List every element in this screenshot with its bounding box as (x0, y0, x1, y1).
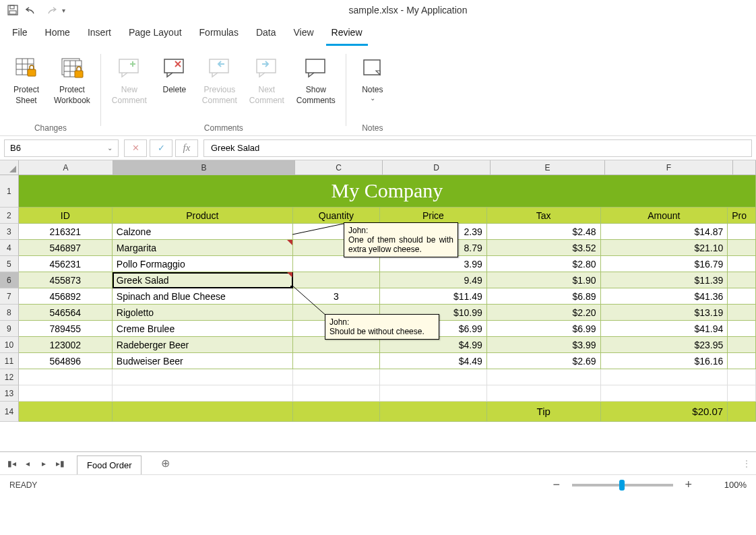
menu-data[interactable]: Data (253, 23, 279, 42)
cell[interactable]: Greek Salad (113, 272, 293, 288)
cell[interactable]: Quantity (293, 208, 380, 224)
cell[interactable] (728, 321, 756, 337)
col-header-b[interactable]: B (113, 160, 295, 175)
company-title-cell[interactable]: My Company (19, 175, 756, 208)
cell[interactable]: $2.20 (487, 305, 601, 321)
cell[interactable]: $11.39 (601, 272, 728, 288)
menu-file[interactable]: File (9, 23, 30, 42)
protect-sheet-button[interactable]: ProtectSheet (5, 51, 47, 123)
cell[interactable] (728, 224, 756, 240)
cell[interactable] (728, 256, 756, 272)
cell[interactable] (113, 402, 293, 422)
cell[interactable] (293, 272, 380, 288)
cell[interactable]: Tax (487, 208, 601, 224)
cell[interactable]: Budweiser Beer (113, 353, 293, 369)
cell[interactable]: 3 (293, 288, 380, 305)
zoom-slider-thumb[interactable] (619, 480, 625, 491)
redo-icon[interactable] (43, 3, 58, 18)
col-header-e[interactable]: E (491, 160, 605, 175)
cell[interactable] (487, 369, 601, 385)
next-sheet-icon[interactable]: ▸ (36, 456, 51, 471)
cell[interactable]: 546897 (19, 240, 113, 256)
row-header[interactable]: 8 (0, 305, 19, 321)
cell[interactable]: $11.49 (380, 288, 487, 305)
cell[interactable] (19, 369, 113, 385)
cell[interactable] (293, 402, 380, 422)
cell[interactable] (728, 369, 756, 385)
cell[interactable]: Product (113, 208, 293, 224)
zoom-in-button[interactable]: + (683, 478, 695, 492)
cell[interactable]: $2.80 (487, 256, 601, 272)
cell[interactable] (380, 402, 487, 422)
cell[interactable] (487, 385, 601, 402)
row-header[interactable]: 12 (0, 369, 19, 385)
menu-page-layout[interactable]: Page Layout (126, 23, 185, 42)
menu-formulas[interactable]: Formulas (197, 23, 241, 42)
select-all-cell[interactable] (0, 160, 19, 175)
cell[interactable] (293, 369, 380, 385)
cell[interactable]: 564896 (19, 353, 113, 369)
cell[interactable]: $6.89 (487, 288, 601, 305)
accept-formula-button[interactable]: ✓ (150, 139, 172, 157)
row-header[interactable]: 10 (0, 337, 19, 353)
cell[interactable] (293, 256, 380, 272)
cell[interactable]: $23.95 (601, 337, 728, 353)
cell[interactable] (113, 385, 293, 402)
row-header[interactable]: 1 (0, 175, 19, 208)
cell[interactable]: $2.69 (487, 353, 601, 369)
col-header-f[interactable]: F (605, 160, 733, 175)
cell[interactable] (113, 369, 293, 385)
notes-button[interactable]: Notes ⌄ (352, 51, 393, 123)
cell[interactable]: $16.79 (601, 256, 728, 272)
new-comment-button[interactable]: NewComment (106, 51, 152, 123)
cell[interactable] (19, 402, 113, 422)
row-header[interactable]: 13 (0, 385, 19, 402)
row-header[interactable]: 3 (0, 224, 19, 240)
row-header[interactable]: 14 (0, 402, 19, 422)
cell[interactable]: Pro (728, 208, 756, 224)
prev-sheet-icon[interactable]: ◂ (20, 456, 35, 471)
cell[interactable]: $13.19 (601, 305, 728, 321)
cell[interactable]: 789455 (19, 321, 113, 337)
cell[interactable]: $3.52 (487, 240, 601, 256)
show-comments-button[interactable]: ShowComments (291, 51, 341, 123)
cell[interactable] (728, 240, 756, 256)
row-header[interactable]: 11 (0, 353, 19, 369)
cell[interactable] (19, 385, 113, 402)
cell[interactable]: 123002 (19, 337, 113, 353)
cell[interactable]: 456231 (19, 256, 113, 272)
cell[interactable]: Margarita (113, 240, 293, 256)
col-header-c[interactable]: C (295, 160, 383, 175)
cell[interactable]: Spinach and Blue Cheese (113, 288, 293, 305)
cell[interactable]: Rigoletto (113, 305, 293, 321)
cell[interactable] (728, 305, 756, 321)
cell[interactable]: 216321 (19, 224, 113, 240)
cell[interactable]: Calzone (113, 224, 293, 240)
cell[interactable]: Radeberger Beer (113, 337, 293, 353)
cell[interactable]: 9.49 (380, 272, 487, 288)
last-sheet-icon[interactable]: ▸▮ (53, 456, 67, 471)
cell[interactable]: Pollo Formaggio (113, 256, 293, 272)
add-sheet-button[interactable]: ⊕ (156, 455, 174, 472)
first-sheet-icon[interactable]: ▮◂ (4, 456, 19, 471)
cell[interactable] (293, 353, 380, 369)
zoom-slider[interactable] (572, 484, 673, 486)
tab-splitter-icon[interactable]: ⋮ (742, 458, 752, 469)
formula-input[interactable]: Greek Salad (203, 139, 752, 157)
cell[interactable]: 3.99 (380, 256, 487, 272)
cell[interactable] (728, 272, 756, 288)
cell[interactable]: $21.10 (601, 240, 728, 256)
cell[interactable]: $6.99 (487, 321, 601, 337)
tip-amount-cell[interactable]: $20.07 (601, 402, 728, 422)
menu-view[interactable]: View (291, 23, 317, 42)
cell[interactable]: $16.16 (601, 353, 728, 369)
cell[interactable]: $3.99 (487, 337, 601, 353)
fx-button[interactable]: fx (175, 139, 198, 157)
cell[interactable]: 456892 (19, 288, 113, 305)
cell[interactable]: 546564 (19, 305, 113, 321)
cancel-formula-button[interactable]: ✕ (124, 139, 147, 157)
cell[interactable] (728, 385, 756, 402)
delete-comment-button[interactable]: Delete (154, 51, 195, 123)
previous-comment-button[interactable]: PreviousComment (197, 51, 243, 123)
menu-insert[interactable]: Insert (85, 23, 114, 42)
